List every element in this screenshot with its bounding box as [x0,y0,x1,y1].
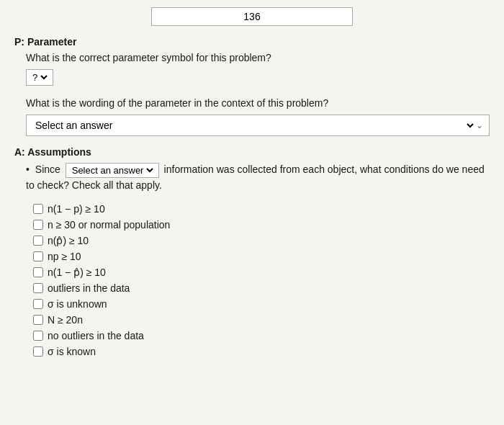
list-item: n(1 − p̂) ≥ 10 [33,267,490,278]
wording-select[interactable]: Select an answer The true proportion of … [32,119,476,132]
checkbox-label-cb5: n(1 − p̂) ≥ 10 [48,267,106,278]
list-item: N ≥ 20n [33,314,490,326]
checkbox-cb8[interactable] [33,315,43,325]
symbol-select[interactable]: ? p μ p̂ [30,71,50,84]
checkbox-cb3[interactable] [33,236,43,246]
checkbox-cb4[interactable] [33,251,43,261]
list-item: σ is unknown [33,298,490,310]
inline-select-wrapper[interactable]: Select an answer random independent [66,163,159,178]
a-section: A: Assumptions • Since Select an answer … [14,146,490,357]
a-section-body: • Since Select an answer random independ… [26,162,490,357]
checkbox-label-cb2: n ≥ 30 or normal population [48,219,170,231]
checkbox-list: n(1 − p) ≥ 10 n ≥ 30 or normal populatio… [33,203,490,357]
list-item: np ≥ 10 [33,251,490,262]
list-item: n(p̂) ≥ 10 [33,235,490,246]
checkbox-label-cb9: no outliers in the data [48,330,144,341]
wording-select-container[interactable]: Select an answer The true proportion of … [26,115,490,136]
top-input-container [14,7,490,26]
list-item: n ≥ 30 or normal population [33,219,490,231]
checkbox-cb1[interactable] [33,204,43,214]
q1-text: What is the correct parameter symbol for… [26,52,490,63]
a-section-title: A: Assumptions [14,146,490,158]
checkbox-label-cb8: N ≥ 20n [48,314,83,326]
checkbox-label-cb3: n(p̂) ≥ 10 [48,235,89,246]
list-item: σ is known [33,346,490,357]
checkbox-cb5[interactable] [33,267,43,277]
checkbox-cb9[interactable] [33,331,43,341]
intro-since: Since [35,164,60,175]
checkbox-cb2[interactable] [33,220,43,230]
checkbox-cb6[interactable] [33,283,43,293]
checkbox-label-cb1: n(1 − p) ≥ 10 [48,203,105,215]
checkbox-cb7[interactable] [33,299,43,309]
list-item: outliers in the data [33,282,490,294]
p-section-title: P: Parameter [14,36,490,48]
checkbox-label-cb10: σ is known [48,346,96,357]
assumption-intro-text: • Since Select an answer random independ… [26,162,490,193]
p-section: P: Parameter What is the correct paramet… [14,36,490,136]
inline-since-select[interactable]: Select an answer random independent [69,164,156,176]
q2-text: What is the wording of the parameter in … [26,97,490,109]
p-section-body: What is the correct parameter symbol for… [26,52,490,136]
checkbox-label-cb6: outliers in the data [48,282,130,294]
list-item: no outliers in the data [33,330,490,341]
symbol-select-container[interactable]: ? p μ p̂ [26,69,53,86]
top-value-input[interactable] [151,7,353,26]
checkbox-cb10[interactable] [33,346,43,357]
checkbox-label-cb4: np ≥ 10 [48,251,81,262]
checkbox-label-cb7: σ is unknown [48,298,107,310]
list-item: n(1 − p) ≥ 10 [33,203,490,215]
wording-chevron-icon: ⌄ [476,120,483,130]
